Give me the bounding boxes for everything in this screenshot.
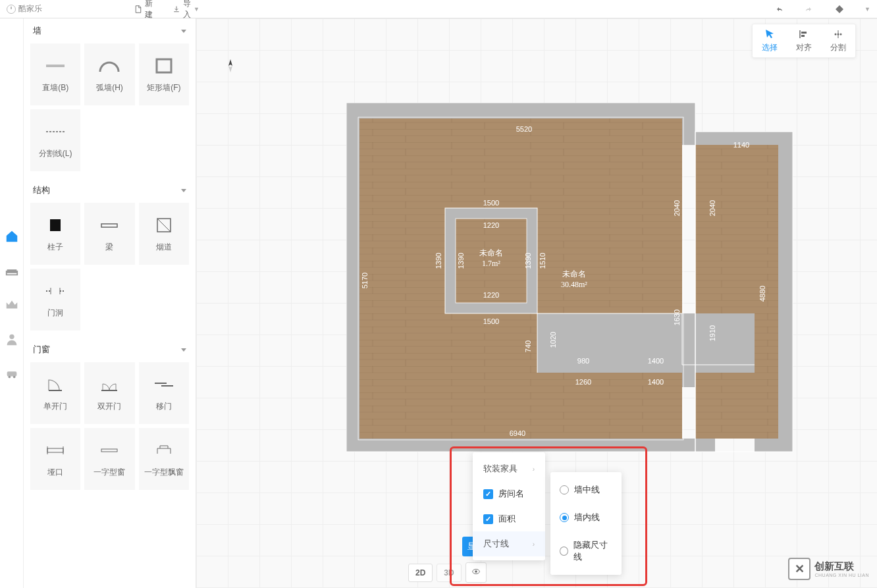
tool-rect-wall[interactable]: 矩形墙(F) bbox=[139, 43, 189, 105]
mode-align[interactable]: 对齐 bbox=[787, 24, 821, 57]
tool-beam[interactable]: 梁 bbox=[84, 203, 134, 265]
svg-text:4880: 4880 bbox=[758, 286, 766, 302]
import-icon bbox=[173, 5, 180, 13]
new-label: 新建 bbox=[145, 0, 153, 20]
svg-rect-25 bbox=[801, 35, 805, 37]
svg-text:2040: 2040 bbox=[673, 200, 681, 216]
mode-select[interactable]: 选择 bbox=[753, 24, 787, 57]
tool-sliding-door[interactable]: 移门 bbox=[139, 362, 189, 424]
svg-text:1220: 1220 bbox=[483, 291, 499, 299]
user-icon[interactable] bbox=[5, 332, 19, 346]
svg-line-10 bbox=[157, 219, 171, 232]
radio-icon[interactable] bbox=[560, 485, 569, 494]
tool-window1[interactable]: 一字型窗 bbox=[84, 428, 134, 490]
import-button[interactable]: 导入 ▼ bbox=[173, 0, 199, 20]
tool-single-door[interactable]: 单开门 bbox=[30, 362, 80, 424]
svg-text:1020: 1020 bbox=[549, 332, 557, 348]
tool-split-line[interactable]: 分割线(L) bbox=[30, 109, 80, 171]
popup-area[interactable]: 面积 bbox=[473, 506, 545, 531]
redo-icon[interactable] bbox=[804, 4, 814, 14]
svg-point-2 bbox=[8, 376, 11, 379]
display-popup: 软装家具› 房间名 面积 尺寸线› bbox=[473, 452, 545, 560]
brand-icon bbox=[7, 5, 16, 14]
popup-roomname[interactable]: 房间名 bbox=[473, 481, 545, 506]
radio-innerline[interactable]: 墙内线 bbox=[550, 504, 622, 531]
svg-rect-47 bbox=[359, 373, 682, 439]
tool-yako[interactable]: 垭口 bbox=[30, 428, 80, 490]
brand: 酷家乐 bbox=[7, 3, 42, 14]
popup-furniture[interactable]: 软装家具› bbox=[473, 456, 545, 481]
tool-doorway[interactable]: 门洞 bbox=[30, 269, 80, 331]
svg-rect-5 bbox=[157, 59, 171, 72]
svg-rect-19 bbox=[47, 448, 63, 452]
svg-point-26 bbox=[835, 34, 837, 36]
tool-column[interactable]: 柱子 bbox=[30, 203, 80, 265]
home-icon[interactable] bbox=[5, 229, 19, 244]
svg-point-3 bbox=[13, 376, 15, 379]
svg-text:2040: 2040 bbox=[708, 200, 716, 216]
svg-rect-42 bbox=[682, 313, 755, 373]
checkbox-area[interactable] bbox=[483, 514, 493, 524]
section-structure[interactable]: 结构 bbox=[24, 178, 196, 203]
radio-icon[interactable] bbox=[560, 547, 568, 556]
compass-icon bbox=[223, 58, 238, 74]
floorplan[interactable]: 5520 1140 6940 5170 1500 1220 1220 1500 … bbox=[346, 103, 794, 471]
svg-text:1400: 1400 bbox=[648, 357, 664, 365]
watermark-sub: CHUANG XIN HU LIAN bbox=[814, 573, 869, 577]
svg-text:1400: 1400 bbox=[648, 378, 664, 386]
radio-midline[interactable]: 墙中线 bbox=[550, 476, 622, 504]
svg-text:980: 980 bbox=[577, 357, 589, 365]
svg-text:1510: 1510 bbox=[539, 253, 546, 269]
svg-rect-1 bbox=[7, 371, 16, 376]
crown-icon[interactable] bbox=[5, 298, 19, 312]
watermark-logo: ✕ bbox=[788, 558, 811, 580]
svg-rect-24 bbox=[801, 32, 807, 34]
svg-text:1260: 1260 bbox=[575, 378, 591, 386]
svg-text:未命名: 未命名 bbox=[479, 248, 503, 257]
tools-sidebar: 墙 直墙(B) 弧墙(H) 矩形墙(F) 分割线(L) 结构 柱子 梁 烟道 门… bbox=[24, 18, 196, 588]
section-title: 门窗 bbox=[33, 344, 50, 356]
diamond-icon[interactable] bbox=[834, 4, 845, 14]
svg-point-0 bbox=[9, 334, 14, 339]
brand-name: 酷家乐 bbox=[18, 3, 42, 14]
svg-text:1500: 1500 bbox=[483, 317, 499, 325]
tab-eye[interactable] bbox=[465, 562, 487, 583]
eye-icon bbox=[471, 567, 481, 576]
tool-bay-window[interactable]: 一字型飘窗 bbox=[139, 428, 189, 490]
tool-straight-wall[interactable]: 直墙(B) bbox=[30, 43, 80, 105]
svg-point-27 bbox=[840, 34, 842, 36]
popup-dimline[interactable]: 尺寸线› bbox=[473, 531, 545, 556]
section-doorwindow[interactable]: 门窗 bbox=[24, 337, 196, 362]
svg-text:740: 740 bbox=[524, 340, 532, 352]
chevron-down-icon: ▼ bbox=[194, 6, 199, 13]
mode-toolbar: 选择 对齐 分割 bbox=[752, 24, 856, 58]
svg-text:1500: 1500 bbox=[483, 199, 499, 207]
svg-text:5520: 5520 bbox=[516, 125, 532, 133]
checkbox-roomname[interactable] bbox=[483, 489, 493, 499]
watermark-name: 创新互联 bbox=[814, 560, 869, 573]
mode-split[interactable]: 分割 bbox=[821, 24, 855, 57]
section-wall[interactable]: 墙 bbox=[24, 18, 196, 43]
radio-hide[interactable]: 隐藏尺寸线 bbox=[550, 531, 622, 571]
undo-icon[interactable] bbox=[774, 4, 784, 14]
svg-rect-8 bbox=[101, 224, 117, 227]
tab-3d[interactable]: 3D bbox=[437, 564, 461, 582]
svg-text:6940: 6940 bbox=[510, 429, 525, 437]
car-icon[interactable] bbox=[5, 366, 19, 381]
radio-icon[interactable] bbox=[560, 513, 569, 522]
svg-point-81 bbox=[475, 570, 477, 573]
tab-2d[interactable]: 2D bbox=[408, 564, 433, 582]
canvas[interactable]: 选择 对齐 分割 bbox=[196, 18, 877, 588]
tool-double-door[interactable]: 双开门 bbox=[84, 362, 134, 424]
new-button[interactable]: 新建 bbox=[134, 0, 153, 20]
chevron-right-icon: › bbox=[533, 541, 535, 548]
tool-flue[interactable]: 烟道 bbox=[139, 203, 189, 265]
left-rail bbox=[0, 18, 24, 588]
tool-arc-wall[interactable]: 弧墙(H) bbox=[84, 43, 134, 105]
chevron-down-icon: ▼ bbox=[864, 6, 870, 13]
sofa-icon[interactable] bbox=[5, 263, 19, 278]
svg-text:5170: 5170 bbox=[361, 273, 369, 288]
svg-text:1220: 1220 bbox=[483, 221, 499, 229]
svg-rect-22 bbox=[101, 449, 117, 452]
svg-text:1140: 1140 bbox=[733, 141, 749, 149]
